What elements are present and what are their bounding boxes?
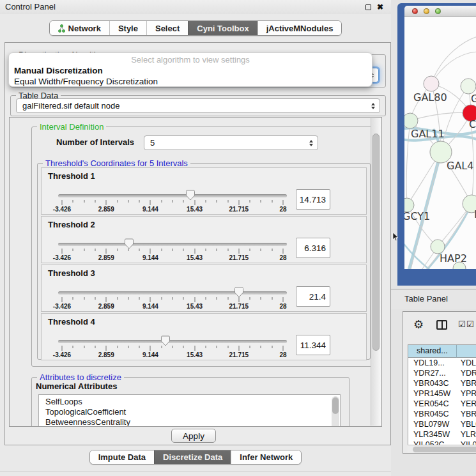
slider-knob[interactable] [160, 335, 171, 346]
close-window-icon[interactable]: ✖ [377, 0, 383, 14]
table-row[interactable]: YBL079WYBL0 [408, 419, 476, 429]
combobox-stepper-icon [371, 103, 375, 109]
checkbox-icon[interactable]: ☑ [466, 320, 474, 328]
table-row[interactable]: YBR045CYBR0 [408, 409, 476, 419]
close-traffic-light-icon[interactable] [412, 8, 418, 14]
panel-vertical-scrollbar[interactable] [371, 118, 381, 426]
table-cell[interactable]: YLR3 [457, 429, 476, 440]
right-region: GAL80GACGAL11GAL4GCY1HHAP2 Table Panel ⚙… [391, 0, 476, 476]
table-cell[interactable]: YBR045C [408, 409, 457, 419]
table-row[interactable]: YLR345WYLR3 [408, 429, 476, 440]
zoom-traffic-light-icon[interactable] [435, 8, 441, 14]
slider-track[interactable] [58, 194, 287, 197]
algorithm-option-equal-width-frequency-discretization[interactable]: Equal Width/Frequency Discretization [9, 76, 372, 87]
scrollbar-thumb[interactable] [413, 447, 476, 452]
threshold-value-field[interactable] [296, 189, 330, 210]
table-cell[interactable]: YDL1 [457, 358, 476, 368]
network-node-label: GAL11 [411, 128, 445, 140]
gear-icon[interactable]: ⚙ [413, 318, 424, 332]
table-cell[interactable]: YBL079W [408, 419, 457, 429]
algorithm-option-manual-discretization[interactable]: Manual Discretization [9, 65, 372, 76]
scrollbar-thumb[interactable] [332, 397, 339, 414]
table-row[interactable]: YIL052CYIL0 [408, 440, 476, 445]
algorithm-placeholder-option[interactable]: Select algorithm to view settings [9, 55, 372, 65]
algorithm-options: Manual DiscretizationEqual Width/Frequen… [9, 65, 372, 87]
table-horizontal-scrollbar[interactable] [408, 445, 476, 453]
threshold-slider[interactable]: -3.4262.8599.14415.4321.71528 [58, 236, 287, 262]
slider-track[interactable] [58, 291, 287, 295]
scrollbar-thumb[interactable] [372, 134, 380, 351]
table-cell[interactable]: YIL0 [457, 440, 476, 445]
table-cell[interactable]: YDR27... [408, 368, 457, 378]
slider-knob[interactable] [234, 287, 244, 298]
table-cell[interactable]: YBR0 [457, 378, 476, 388]
threshold-value-field[interactable] [296, 286, 330, 307]
threshold-slider[interactable]: -3.4262.8599.14415.4321.71528 [58, 188, 287, 213]
table-cell[interactable]: YER054C [408, 399, 457, 409]
network-node-gal80[interactable] [424, 76, 439, 91]
network-node-gal11[interactable] [404, 113, 418, 128]
table-cell[interactable]: YIL052C [408, 440, 457, 445]
number-of-intervals-combobox[interactable]: 5 [144, 135, 318, 150]
network-icon [58, 24, 65, 33]
table-cell[interactable]: YDR2 [457, 368, 476, 378]
table-panel-title: Table Panel [404, 289, 448, 309]
table-row[interactable]: YPR145WYPR1 [408, 388, 476, 399]
checkbox-icon[interactable]: ☑ [458, 320, 466, 328]
attribute-item-topologicalcoefficient[interactable]: TopologicalCoefficient [45, 407, 340, 417]
slider-ticks [62, 249, 283, 254]
table-cell[interactable]: YBR043C [408, 378, 457, 388]
split-columns-icon[interactable] [436, 320, 447, 330]
threshold-slider[interactable]: -3.4262.8599.14415.4321.71528 [58, 334, 287, 359]
minimize-traffic-light-icon[interactable] [424, 8, 429, 14]
slider-knob[interactable] [185, 190, 196, 201]
slider-track[interactable] [58, 243, 287, 246]
slider-track[interactable] [58, 340, 287, 343]
network-node-hap2[interactable] [431, 240, 445, 254]
network-canvas[interactable]: GAL80GACGAL11GAL4GCY1HHAP2 [404, 17, 476, 269]
slider-knob[interactable] [124, 238, 134, 249]
network-node-ga[interactable] [461, 79, 476, 94]
attributes-list-scrollbar[interactable] [332, 396, 339, 427]
table-data-combobox[interactable]: galFiltered.sif default node [16, 98, 380, 113]
tab-label: jActiveMNodules [266, 24, 334, 33]
table-cell[interactable]: YPR145W [408, 388, 457, 399]
network-window-titlebar[interactable] [404, 6, 476, 17]
table-row[interactable]: YER054CYER0 [408, 399, 476, 409]
column-header-shared[interactable]: shared... [408, 345, 457, 358]
tab-jactivemnodules[interactable]: jActiveMNodules [257, 21, 342, 35]
table-cell[interactable]: YER0 [457, 399, 476, 409]
table-cell[interactable]: YLR345W [408, 429, 457, 440]
table-header-row: shared...na [408, 345, 476, 358]
bottom-tab-discretize-data[interactable]: Discretize Data [154, 450, 231, 464]
cyni-toolbox-panel: Discretization Algorithm Table Data galF… [4, 42, 391, 445]
apply-button[interactable]: Apply [171, 429, 216, 443]
column-header-na[interactable]: na [457, 345, 476, 358]
table-panel-header-bar: Table Panel [391, 289, 476, 309]
slider-tick-labels: -3.4262.8599.14415.4321.71528 [62, 351, 283, 359]
attribute-item-betweennesscentrality[interactable]: BetweennessCentrality [45, 417, 340, 427]
bottom-tab-impute-data[interactable]: Impute Data [90, 450, 154, 464]
table-row[interactable]: YBR043CYBR0 [408, 378, 476, 388]
attribute-item-selfloops[interactable]: SelfLoops [45, 397, 340, 407]
threshold-value-field[interactable] [296, 335, 330, 355]
tab-network[interactable]: Network [50, 21, 109, 35]
table-cell[interactable]: YBR0 [457, 409, 476, 419]
control-panel-tabs: NetworkStyleSelectCyni ToolboxjActiveMNo… [49, 20, 342, 36]
threshold-value-field[interactable] [296, 238, 330, 258]
table-cell[interactable]: YPR1 [457, 388, 476, 399]
table-rows: YDL19...YDL1YDR27...YDR2YBR043CYBR0YPR14… [408, 358, 476, 445]
table-cell[interactable]: YBL0 [457, 419, 476, 429]
bottom-tab-infer-network[interactable]: Infer Network [231, 450, 301, 464]
float-window-icon[interactable] [365, 4, 371, 10]
table-cell[interactable]: YDL19... [408, 358, 457, 368]
thresholds-group-title: Threshold's Coordinates for 5 Intervals [43, 158, 190, 168]
table-row[interactable]: YDR27...YDR2 [408, 368, 476, 378]
tab-style[interactable]: Style [109, 21, 146, 35]
tab-cyni-toolbox[interactable]: Cyni Toolbox [188, 21, 257, 35]
cyni-mode-tabs: Impute DataDiscretize DataInfer Network [89, 450, 302, 464]
threshold-slider[interactable]: -3.4262.8599.14415.4321.71528 [58, 285, 287, 311]
node-attribute-table: shared...na YDL19...YDL1YDR27...YDR2YBR0… [408, 344, 476, 445]
table-row[interactable]: YDL19...YDL1 [408, 358, 476, 368]
tab-select[interactable]: Select [146, 21, 188, 35]
